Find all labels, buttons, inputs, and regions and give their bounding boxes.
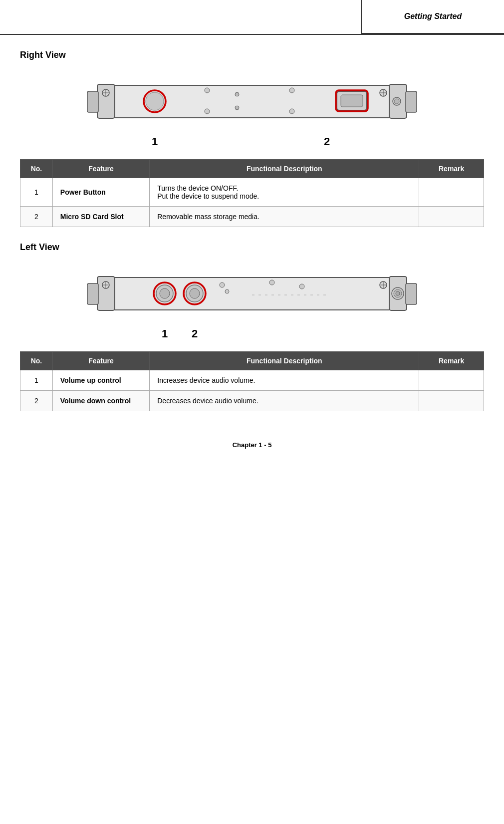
right-view-svg	[82, 75, 422, 130]
svg-point-35	[160, 288, 170, 298]
svg-point-14	[289, 109, 294, 114]
svg-point-41	[220, 282, 225, 287]
header-tab-label: Getting Started	[404, 12, 462, 21]
row-no: 2	[20, 391, 53, 411]
svg-rect-29	[406, 283, 417, 304]
col-remark-header: Remark	[419, 160, 484, 178]
header-tab: Getting Started	[361, 0, 504, 34]
svg-point-12	[205, 109, 210, 114]
left-view-label-1: 1	[162, 327, 168, 340]
right-view-label-1: 1	[152, 135, 158, 148]
left-view-number-labels: 1 2	[82, 327, 422, 341]
col-feature-header: Feature	[52, 160, 149, 178]
row-remark	[419, 178, 484, 207]
table-row: 2 Micro SD Card Slot Removable mass stor…	[20, 207, 484, 227]
row-desc: Removable mass storage media.	[150, 207, 419, 227]
row-feature: Micro SD Card Slot	[52, 207, 149, 227]
row-feature: Volume down control	[52, 391, 149, 411]
left-view-heading: Left View	[20, 242, 484, 253]
row-no: 1	[20, 178, 53, 207]
svg-point-16	[235, 106, 239, 110]
left-view-diagram	[20, 268, 484, 322]
row-desc: Increases device audio volume.	[150, 370, 419, 391]
row-no: 1	[20, 370, 53, 391]
footer-label: Chapter 1 - 5	[233, 441, 272, 449]
table-row: 1 Power Button Turns the device ON/OFF.P…	[20, 178, 484, 207]
right-view-table: No. Feature Functional Description Remar…	[20, 159, 484, 227]
table-row: 1 Volume up control Increases device aud…	[20, 370, 484, 391]
right-view-number-labels: 1 2	[82, 135, 422, 149]
svg-rect-3	[87, 91, 98, 112]
row-feature: Power Button	[52, 178, 149, 207]
section-left-view: Left View	[20, 242, 484, 411]
col-desc-header: Functional Description	[150, 160, 419, 178]
page-footer: Chapter 1 - 5	[20, 441, 484, 449]
col-desc-header: Functional Description	[150, 352, 419, 370]
svg-point-39	[190, 288, 200, 298]
svg-point-9	[146, 92, 164, 110]
svg-point-13	[289, 88, 294, 93]
right-view-label-2: 2	[324, 135, 330, 148]
left-view-table: No. Feature Functional Description Remar…	[20, 351, 484, 411]
col-no-header: No.	[20, 160, 53, 178]
row-remark	[419, 370, 484, 391]
svg-point-42	[225, 289, 229, 293]
svg-rect-18	[341, 95, 363, 107]
row-desc: Decreases device audio volume.	[150, 391, 419, 411]
right-view-heading: Right View	[20, 50, 484, 60]
row-no: 2	[20, 207, 53, 227]
main-content: Right View	[0, 35, 504, 469]
svg-rect-4	[406, 91, 417, 112]
svg-point-15	[235, 92, 239, 96]
row-desc: Turns the device ON/OFF.Put the device t…	[150, 178, 419, 207]
row-remark	[419, 391, 484, 411]
svg-rect-28	[87, 283, 98, 304]
svg-point-44	[299, 284, 304, 289]
left-view-label-2: 2	[192, 327, 198, 340]
col-no-header: No.	[20, 352, 53, 370]
col-remark-header: Remark	[419, 352, 484, 370]
svg-point-11	[205, 88, 210, 93]
svg-point-24	[394, 99, 399, 104]
table-row: 2 Volume down control Decreases device a…	[20, 391, 484, 411]
row-remark	[419, 207, 484, 227]
col-feature-header: Feature	[52, 352, 149, 370]
svg-point-51	[396, 291, 400, 295]
header-line	[0, 34, 504, 35]
svg-point-43	[269, 280, 274, 285]
left-view-svg	[82, 268, 422, 322]
right-view-diagram	[20, 75, 484, 130]
section-right-view: Right View	[20, 50, 484, 227]
row-feature: Volume up control	[52, 370, 149, 391]
